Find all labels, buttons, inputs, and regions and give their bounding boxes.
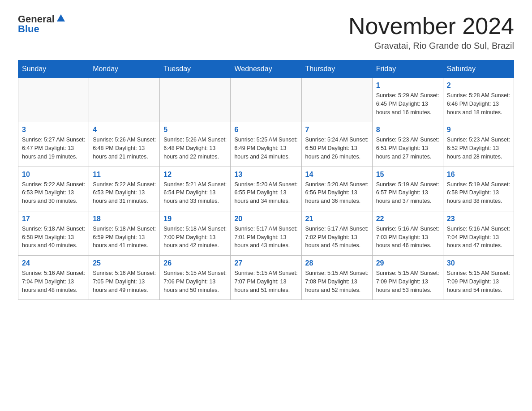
- calendar-cell: 11Sunrise: 5:22 AM Sunset: 6:53 PM Dayli…: [89, 167, 160, 211]
- calendar-table: SundayMondayTuesdayWednesdayThursdayFrid…: [18, 60, 514, 300]
- day-info: Sunrise: 5:17 AM Sunset: 7:01 PM Dayligh…: [234, 225, 297, 250]
- calendar-week-row: 24Sunrise: 5:16 AM Sunset: 7:04 PM Dayli…: [18, 256, 514, 300]
- day-info: Sunrise: 5:27 AM Sunset: 6:47 PM Dayligh…: [22, 136, 85, 161]
- calendar-day-header: Tuesday: [160, 60, 231, 78]
- day-info: Sunrise: 5:22 AM Sunset: 6:53 PM Dayligh…: [93, 180, 156, 206]
- day-info: Sunrise: 5:25 AM Sunset: 6:49 PM Dayligh…: [234, 136, 297, 161]
- calendar-cell: 27Sunrise: 5:15 AM Sunset: 7:07 PM Dayli…: [231, 256, 301, 300]
- calendar-cell: 7Sunrise: 5:24 AM Sunset: 6:50 PM Daylig…: [301, 122, 372, 167]
- month-title: November 2024: [348, 13, 514, 39]
- day-info: Sunrise: 5:20 AM Sunset: 6:56 PM Dayligh…: [305, 180, 369, 206]
- calendar-day-header: Wednesday: [231, 60, 301, 78]
- day-info: Sunrise: 5:15 AM Sunset: 7:09 PM Dayligh…: [447, 269, 510, 294]
- day-info: Sunrise: 5:18 AM Sunset: 6:59 PM Dayligh…: [93, 225, 156, 250]
- calendar-cell: 5Sunrise: 5:26 AM Sunset: 6:48 PM Daylig…: [160, 122, 231, 167]
- calendar-cell: 26Sunrise: 5:15 AM Sunset: 7:06 PM Dayli…: [160, 256, 231, 300]
- day-number: 3: [22, 126, 85, 134]
- calendar-week-row: 1Sunrise: 5:29 AM Sunset: 6:45 PM Daylig…: [18, 78, 514, 122]
- day-info: Sunrise: 5:18 AM Sunset: 7:00 PM Dayligh…: [163, 225, 227, 250]
- day-info: Sunrise: 5:15 AM Sunset: 7:09 PM Dayligh…: [376, 269, 439, 294]
- day-number: 13: [234, 171, 297, 179]
- calendar-cell: [301, 78, 372, 122]
- calendar-cell: 28Sunrise: 5:15 AM Sunset: 7:08 PM Dayli…: [301, 256, 372, 300]
- day-info: Sunrise: 5:17 AM Sunset: 7:02 PM Dayligh…: [305, 225, 369, 250]
- day-info: Sunrise: 5:16 AM Sunset: 7:04 PM Dayligh…: [447, 225, 510, 250]
- day-number: 21: [305, 215, 369, 223]
- calendar-day-header: Saturday: [443, 60, 514, 78]
- day-number: 17: [22, 215, 85, 223]
- calendar-week-row: 3Sunrise: 5:27 AM Sunset: 6:47 PM Daylig…: [18, 122, 514, 167]
- day-number: 12: [163, 171, 227, 179]
- calendar-cell: 18Sunrise: 5:18 AM Sunset: 6:59 PM Dayli…: [89, 211, 160, 255]
- day-info: Sunrise: 5:20 AM Sunset: 6:55 PM Dayligh…: [234, 180, 297, 206]
- day-info: Sunrise: 5:24 AM Sunset: 6:50 PM Dayligh…: [305, 136, 369, 161]
- header-title-block: November 2024 Gravatai, Rio Grande do Su…: [348, 13, 514, 51]
- day-info: Sunrise: 5:26 AM Sunset: 6:48 PM Dayligh…: [163, 136, 227, 161]
- day-number: 28: [305, 259, 369, 267]
- day-number: 5: [163, 126, 227, 134]
- day-number: 30: [447, 259, 510, 267]
- calendar-day-header: Thursday: [301, 60, 372, 78]
- day-info: Sunrise: 5:22 AM Sunset: 6:53 PM Dayligh…: [22, 180, 85, 206]
- calendar-cell: 21Sunrise: 5:17 AM Sunset: 7:02 PM Dayli…: [301, 211, 372, 255]
- calendar-cell: 19Sunrise: 5:18 AM Sunset: 7:00 PM Dayli…: [160, 211, 231, 255]
- calendar-cell: 14Sunrise: 5:20 AM Sunset: 6:56 PM Dayli…: [301, 167, 372, 211]
- day-info: Sunrise: 5:28 AM Sunset: 6:46 PM Dayligh…: [447, 91, 510, 116]
- day-number: 23: [447, 215, 510, 223]
- calendar-cell: 8Sunrise: 5:23 AM Sunset: 6:51 PM Daylig…: [372, 122, 443, 167]
- calendar-day-header: Monday: [89, 60, 160, 78]
- day-number: 24: [22, 259, 85, 267]
- day-info: Sunrise: 5:16 AM Sunset: 7:03 PM Dayligh…: [376, 225, 439, 250]
- day-number: 11: [93, 171, 156, 179]
- calendar-cell: 22Sunrise: 5:16 AM Sunset: 7:03 PM Dayli…: [372, 211, 443, 255]
- logo-blue-text: Blue: [18, 23, 39, 35]
- day-number: 18: [93, 215, 156, 223]
- day-number: 2: [447, 81, 510, 90]
- day-number: 1: [376, 81, 439, 90]
- day-number: 16: [447, 171, 510, 179]
- logo-icon: [56, 13, 66, 23]
- location-subtitle: Gravatai, Rio Grande do Sul, Brazil: [348, 41, 514, 51]
- day-info: Sunrise: 5:19 AM Sunset: 6:57 PM Dayligh…: [376, 180, 439, 206]
- day-info: Sunrise: 5:23 AM Sunset: 6:51 PM Dayligh…: [376, 136, 439, 161]
- day-info: Sunrise: 5:23 AM Sunset: 6:52 PM Dayligh…: [447, 136, 510, 161]
- day-number: 25: [93, 259, 156, 267]
- calendar-cell: 12Sunrise: 5:21 AM Sunset: 6:54 PM Dayli…: [160, 167, 231, 211]
- day-info: Sunrise: 5:15 AM Sunset: 7:07 PM Dayligh…: [234, 269, 297, 294]
- page-header: General Blue November 2024 Gravatai, Rio…: [18, 13, 514, 51]
- calendar-cell: 24Sunrise: 5:16 AM Sunset: 7:04 PM Dayli…: [18, 256, 89, 300]
- calendar-cell: [18, 78, 89, 122]
- day-number: 7: [305, 126, 369, 134]
- day-info: Sunrise: 5:16 AM Sunset: 7:05 PM Dayligh…: [93, 269, 156, 294]
- calendar-cell: 20Sunrise: 5:17 AM Sunset: 7:01 PM Dayli…: [231, 211, 301, 255]
- day-number: 10: [22, 171, 85, 179]
- day-number: 8: [376, 126, 439, 134]
- day-number: 4: [93, 126, 156, 134]
- day-number: 20: [234, 215, 297, 223]
- calendar-cell: 25Sunrise: 5:16 AM Sunset: 7:05 PM Dayli…: [89, 256, 160, 300]
- day-number: 26: [163, 259, 227, 267]
- calendar-week-row: 10Sunrise: 5:22 AM Sunset: 6:53 PM Dayli…: [18, 167, 514, 211]
- calendar-cell: [89, 78, 160, 122]
- calendar-cell: 30Sunrise: 5:15 AM Sunset: 7:09 PM Dayli…: [443, 256, 514, 300]
- day-number: 14: [305, 171, 369, 179]
- calendar-day-header: Sunday: [18, 60, 89, 78]
- calendar-cell: 13Sunrise: 5:20 AM Sunset: 6:55 PM Dayli…: [231, 167, 301, 211]
- calendar-cell: 17Sunrise: 5:18 AM Sunset: 6:58 PM Dayli…: [18, 211, 89, 255]
- calendar-cell: 15Sunrise: 5:19 AM Sunset: 6:57 PM Dayli…: [372, 167, 443, 211]
- calendar-cell: 3Sunrise: 5:27 AM Sunset: 6:47 PM Daylig…: [18, 122, 89, 167]
- day-info: Sunrise: 5:21 AM Sunset: 6:54 PM Dayligh…: [163, 180, 227, 206]
- calendar-cell: 23Sunrise: 5:16 AM Sunset: 7:04 PM Dayli…: [443, 211, 514, 255]
- day-info: Sunrise: 5:15 AM Sunset: 7:08 PM Dayligh…: [305, 269, 369, 294]
- calendar-cell: 9Sunrise: 5:23 AM Sunset: 6:52 PM Daylig…: [443, 122, 514, 167]
- day-info: Sunrise: 5:19 AM Sunset: 6:58 PM Dayligh…: [447, 180, 510, 206]
- day-number: 22: [376, 215, 439, 223]
- day-info: Sunrise: 5:18 AM Sunset: 6:58 PM Dayligh…: [22, 225, 85, 250]
- calendar-cell: 16Sunrise: 5:19 AM Sunset: 6:58 PM Dayli…: [443, 167, 514, 211]
- calendar-cell: [231, 78, 301, 122]
- calendar-cell: 1Sunrise: 5:29 AM Sunset: 6:45 PM Daylig…: [372, 78, 443, 122]
- day-number: 9: [447, 126, 510, 134]
- day-info: Sunrise: 5:26 AM Sunset: 6:48 PM Dayligh…: [93, 136, 156, 161]
- calendar-cell: 29Sunrise: 5:15 AM Sunset: 7:09 PM Dayli…: [372, 256, 443, 300]
- day-number: 19: [163, 215, 227, 223]
